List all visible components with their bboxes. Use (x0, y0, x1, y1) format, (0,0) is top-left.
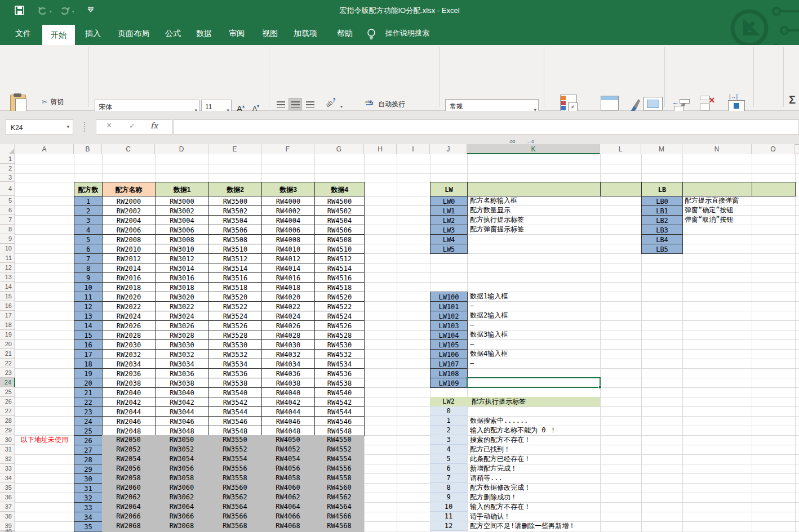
undo-dropdown-caret[interactable]: ▾ (50, 10, 52, 14)
cell-G32[interactable]: RW4554 (314, 454, 364, 464)
cell-D10[interactable]: RW3010 (155, 244, 209, 254)
row-header-30[interactable]: 30 (0, 435, 15, 445)
cell-C16[interactable]: RW2022 (102, 301, 156, 311)
customize-qat-icon[interactable] (87, 6, 95, 16)
cell-D28[interactable]: RW3046 (155, 416, 209, 426)
cell-M7[interactable]: LB2 (641, 215, 683, 225)
cell-K32[interactable]: 此条配方已经存在！ (470, 454, 600, 464)
cell-D13[interactable]: RW3016 (155, 272, 209, 283)
cell-M9[interactable]: LB4 (641, 234, 683, 244)
insert-function-icon[interactable]: fx (150, 121, 158, 130)
tab-帮助[interactable]: 帮助 (333, 21, 357, 45)
column-header-E[interactable]: E (208, 144, 261, 154)
cell-E14[interactable]: RW3518 (208, 282, 262, 292)
cell-K19[interactable]: 数据3输入框 (470, 330, 600, 339)
cell-N5[interactable]: 配方提示直接弹窗 (685, 196, 752, 205)
cell-D33[interactable]: RW3056 (155, 464, 208, 473)
cell-D20[interactable]: RW3030 (155, 339, 209, 350)
cell-C30[interactable]: RW2050 (102, 435, 155, 445)
cell-J10[interactable]: LW5 (430, 244, 468, 254)
cell-F13[interactable]: RW4016 (261, 272, 315, 283)
cell-D15[interactable]: RW3020 (155, 292, 209, 302)
row-header-32[interactable]: 32 (0, 454, 15, 464)
orientation-button[interactable]: ab↗ (325, 96, 342, 113)
cell-K37[interactable]: 输入的配方不存在！ (470, 502, 600, 512)
cell-J26[interactable]: LW2 (430, 397, 467, 406)
cell-M10[interactable]: LB5 (641, 244, 683, 254)
cell-B18[interactable]: 14 (74, 320, 103, 330)
cell-D4[interactable]: 数据1 (155, 182, 209, 196)
cell-B38[interactable]: 34 (74, 512, 103, 522)
cell-C8[interactable]: RW2006 (102, 225, 156, 235)
cell-B5[interactable]: 1 (74, 196, 103, 206)
cell-K17[interactable]: 数据2输入框 (470, 311, 600, 320)
cell-D29[interactable]: RW3048 (155, 426, 209, 436)
cell-F14[interactable]: RW4018 (261, 282, 315, 292)
cell-E28[interactable]: RW3546 (208, 416, 262, 426)
cell-N4[interactable] (682, 182, 752, 196)
cell-G10[interactable]: RW4510 (314, 244, 365, 254)
cell-J27[interactable]: 0 (430, 406, 467, 416)
cell-D23[interactable]: RW3036 (155, 368, 209, 378)
tab-页面布局[interactable]: 页面布局 (112, 21, 156, 45)
cell-C31[interactable]: RW2052 (102, 445, 155, 454)
row-header-5[interactable]: 5 (0, 196, 15, 205)
cell-C12[interactable]: RW2014 (102, 263, 156, 273)
cell-C10[interactable]: RW2010 (102, 244, 156, 254)
cell-G39[interactable]: RW4568 (314, 521, 364, 531)
cell-F32[interactable]: RW4054 (261, 454, 314, 464)
column-header-H[interactable]: H (364, 144, 397, 154)
cell-J9[interactable]: LW4 (430, 234, 468, 244)
cell-F16[interactable]: RW4022 (261, 301, 315, 311)
cell-C6[interactable]: RW2002 (102, 205, 156, 216)
cell-B28[interactable]: 24 (74, 416, 103, 426)
cell-D22[interactable]: RW3034 (155, 359, 209, 369)
cell-C37[interactable]: RW2064 (102, 502, 155, 512)
tell-me-lightbulb-icon[interactable] (366, 28, 376, 43)
cell-K8[interactable]: 配方弹窗提示标签 (470, 225, 600, 234)
cell-J38[interactable]: 11 (430, 512, 467, 521)
cell-C36[interactable]: RW2062 (102, 493, 155, 502)
row-header-14[interactable]: 14 (0, 282, 15, 292)
cell-D7[interactable]: RW3004 (155, 215, 209, 225)
cell-C33[interactable]: RW2056 (102, 464, 155, 473)
cell-F33[interactable]: RW4056 (261, 464, 314, 473)
cell-D6[interactable]: RW3002 (155, 205, 209, 216)
cell-B17[interactable]: 13 (74, 311, 103, 321)
column-header-A[interactable]: A (15, 144, 74, 154)
tab-插入[interactable]: 插入 (81, 21, 105, 45)
cell-K15[interactable]: 数据1输入框 (470, 292, 600, 301)
cell-E16[interactable]: RW3522 (208, 301, 262, 311)
column-header-L[interactable]: L (600, 144, 641, 154)
cell-F20[interactable]: RW4030 (261, 339, 315, 350)
cell-G21[interactable]: RW4532 (314, 349, 365, 359)
cell-E24[interactable]: RW3538 (208, 378, 262, 388)
cell-G22[interactable]: RW4534 (314, 359, 365, 369)
cell-G12[interactable]: RW4514 (314, 263, 365, 273)
cell-D34[interactable]: RW3058 (155, 473, 208, 483)
cell-C34[interactable]: RW2058 (102, 473, 155, 483)
cell-K16[interactable]: – (470, 301, 600, 311)
cell-D27[interactable]: RW3044 (155, 406, 209, 417)
cell-G19[interactable]: RW4528 (314, 330, 365, 340)
cell-F12[interactable]: RW4014 (261, 263, 315, 273)
cell-G29[interactable]: RW4548 (314, 426, 365, 436)
row-header-20[interactable]: 20 (0, 339, 15, 349)
active-cell-border[interactable] (467, 377, 601, 388)
cell-F22[interactable]: RW4034 (261, 359, 315, 369)
cell-G11[interactable]: RW4512 (314, 253, 365, 263)
cell-E18[interactable]: RW3526 (208, 320, 262, 330)
cell-B26[interactable]: 22 (74, 397, 103, 407)
row-header-24[interactable]: 24 (0, 378, 15, 387)
cell-C5[interactable]: RW2000 (102, 196, 156, 206)
cell-N7[interactable]: 弹窗“取消”按钮 (685, 215, 752, 225)
cell-F26[interactable]: RW4042 (261, 397, 315, 407)
cell-F8[interactable]: RW4006 (261, 225, 315, 235)
cell-F30[interactable]: RW4050 (261, 435, 314, 445)
cell-F38[interactable]: RW4066 (261, 512, 314, 521)
row-header-1[interactable]: 1 (0, 154, 15, 164)
cell-D17[interactable]: RW3024 (155, 311, 209, 321)
cell-B25[interactable]: 21 (74, 387, 103, 397)
cell-D39[interactable]: RW3068 (155, 521, 208, 531)
tab-审阅[interactable]: 审阅 (225, 21, 248, 45)
